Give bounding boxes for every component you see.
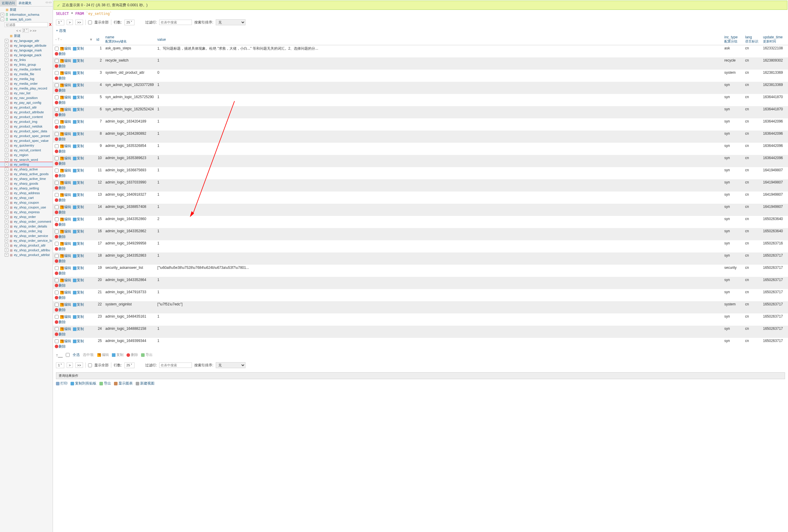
edit-button[interactable]: 编辑 — [60, 339, 71, 344]
sort-select-bottom[interactable]: 无 — [216, 362, 245, 368]
expand-icon[interactable]: + — [5, 177, 8, 181]
edit-button[interactable]: 编辑 — [60, 119, 71, 124]
next-page-button-bottom[interactable]: > — [67, 363, 73, 368]
tree-table-ey_language_attribute[interactable]: +▦ey_language_attribute — [0, 43, 53, 48]
expand-icon[interactable]: + — [5, 86, 8, 90]
delete-button[interactable]: 删除 — [55, 198, 66, 203]
delete-button[interactable]: 删除 — [55, 295, 66, 300]
table-filter-input[interactable] — [4, 22, 48, 27]
delete-button[interactable]: 删除 — [55, 210, 66, 215]
sort-select[interactable]: 无 — [216, 19, 245, 25]
expand-icon[interactable]: + — [5, 77, 8, 81]
tree-table-ey_media_content[interactable]: +▦ey_media_content — [0, 67, 53, 71]
filter-input[interactable] — [159, 20, 192, 25]
tree-db-info-schema[interactable]: + 🗄 information_schema — [0, 12, 53, 17]
last-page-button[interactable]: >> — [75, 20, 83, 25]
row-checkbox[interactable] — [55, 71, 59, 75]
delete-button[interactable]: 删除 — [55, 222, 66, 227]
expand-icon[interactable]: + — [5, 120, 8, 123]
tree-table-ey_shop_product_attribu[interactable]: +▦ey_shop_product_attribu — [0, 248, 53, 252]
delete-button[interactable]: 删除 — [55, 76, 66, 81]
row-checkbox[interactable] — [55, 303, 59, 307]
expand-icon[interactable]: + — [5, 91, 8, 95]
edit-button[interactable]: 编辑 — [60, 266, 71, 271]
copy-button[interactable]: 复制 — [73, 266, 84, 271]
expand-icon[interactable]: + — [5, 220, 8, 223]
edit-button[interactable]: 编辑 — [60, 278, 71, 283]
edit-button[interactable]: 编辑 — [60, 180, 71, 185]
expand-icon[interactable]: + — [5, 225, 8, 228]
tree-table-ey_product_attr[interactable]: +▦ey_product_attr — [0, 105, 53, 110]
tree-table-ey_product_spec_data[interactable]: +▦ey_product_spec_data — [0, 129, 53, 134]
page-select[interactable]: 1 ˅ — [56, 20, 64, 25]
edit-button[interactable]: 编辑 — [60, 192, 71, 198]
tree-table-ey_language_mark[interactable]: +▦ey_language_mark — [0, 48, 53, 53]
delete-button[interactable]: 删除 — [55, 64, 66, 69]
col-value[interactable]: value — [157, 38, 166, 42]
copy-button[interactable]: 复制 — [73, 70, 84, 76]
row-checkbox[interactable] — [55, 339, 59, 343]
tree-table-ey_shop_order_comment[interactable]: +▦ey_shop_order_comment — [0, 219, 53, 224]
expand-icon[interactable]: + — [5, 153, 8, 157]
row-checkbox[interactable] — [55, 47, 59, 50]
copy-button[interactable]: 复制 — [73, 205, 84, 210]
options-link[interactable]: + 选项 — [53, 28, 788, 34]
bulk-edit-button[interactable]: 编辑 — [97, 352, 109, 357]
filter-input-bottom[interactable] — [159, 363, 192, 368]
row-checkbox[interactable] — [55, 96, 59, 99]
rows-select[interactable]: 25 ˅ — [124, 20, 135, 25]
edit-button[interactable]: 编辑 — [60, 46, 71, 51]
tree-table-ey_sharp_setting[interactable]: +▦ey_sharp_setting — [0, 186, 53, 191]
tree-table-ey_quickentry[interactable]: +▦ey_quickentry — [0, 143, 53, 148]
copy-button[interactable]: 复制 — [73, 180, 84, 185]
tree-table-ey_links[interactable]: +▦ey_links — [0, 57, 53, 62]
copy-button[interactable]: 复制 — [73, 95, 84, 100]
row-checkbox[interactable] — [55, 229, 59, 233]
tab-favorites[interactable]: 表收藏夹 — [17, 0, 33, 6]
select-all-checkbox[interactable] — [66, 353, 70, 357]
copy-button[interactable]: 复制 — [73, 217, 84, 222]
tree-table-ey_sharp_goods[interactable]: +▦ey_sharp_goods — [0, 181, 53, 186]
edit-button[interactable]: 编辑 — [60, 314, 71, 320]
row-checkbox[interactable] — [55, 254, 59, 258]
expand-icon[interactable]: + — [5, 158, 8, 162]
expand-icon[interactable]: + — [5, 82, 8, 85]
copy-button[interactable]: 复制 — [73, 83, 84, 88]
tree-table-ey_shop_order_service[interactable]: +▦ey_shop_order_service — [0, 233, 53, 238]
tree-table-ey_recruit_content[interactable]: +▦ey_recruit_content — [0, 148, 53, 152]
edit-button[interactable]: 编辑 — [60, 229, 71, 234]
copy-button[interactable]: 复制 — [73, 278, 84, 283]
copy-button[interactable]: 复制 — [73, 156, 84, 161]
tree-table-ey_product_attribute[interactable]: +▦ey_product_attribute — [0, 110, 53, 115]
rows-select-bottom[interactable]: 25 ˅ — [124, 363, 135, 368]
print-button[interactable]: 打印 — [56, 381, 67, 386]
row-checkbox[interactable] — [55, 120, 59, 124]
edit-button[interactable]: 编辑 — [60, 70, 71, 76]
tree-table-ey_media_file[interactable]: +▦ey_media_file — [0, 71, 53, 77]
col-name[interactable]: name — [105, 35, 114, 39]
last-page-button-bottom[interactable]: >> — [75, 363, 83, 368]
bulk-delete-button[interactable]: 删除 — [126, 352, 138, 357]
tree-new[interactable]: ▦ 新建 — [0, 7, 53, 12]
row-checkbox[interactable] — [55, 132, 59, 136]
tree-table-ey_sharp_active_goods[interactable]: +▦ey_sharp_active_goods — [0, 171, 53, 176]
edit-button[interactable]: 编辑 — [60, 241, 71, 246]
expand-icon[interactable]: + — [5, 139, 8, 142]
collapse-icon-2[interactable]: ▭ — [49, 1, 52, 6]
collapse-icon[interactable]: − — [1, 18, 4, 21]
tree-table-ey_links_group[interactable]: +▦ey_links_group — [0, 62, 53, 67]
expand-icon[interactable]: + — [5, 129, 8, 133]
bulk-copy-button[interactable]: 复制 — [112, 352, 123, 357]
nav-next[interactable]: > >> — [30, 29, 36, 33]
tree-table-ey_sharp_active[interactable]: +▦ey_sharp_active — [0, 167, 53, 171]
expand-icon[interactable]: + — [5, 244, 8, 247]
tree-table-ey_language_pack[interactable]: +▦ey_language_pack — [0, 53, 53, 57]
expand-icon[interactable]: + — [1, 13, 4, 16]
expand-icon[interactable]: + — [5, 110, 8, 114]
tree-table-ey_product_img[interactable]: +▦ey_product_img — [0, 119, 53, 124]
tree-table-ey_shop_product_attrlist[interactable]: +▦ey_shop_product_attrlist — [0, 252, 53, 257]
copy-button[interactable]: 复制 — [73, 119, 84, 124]
tree-table-ey_setting[interactable]: +▦ey_setting — [0, 162, 53, 167]
copy-button[interactable]: 复制 — [73, 192, 84, 198]
copy-button[interactable]: 复制 — [73, 302, 84, 307]
